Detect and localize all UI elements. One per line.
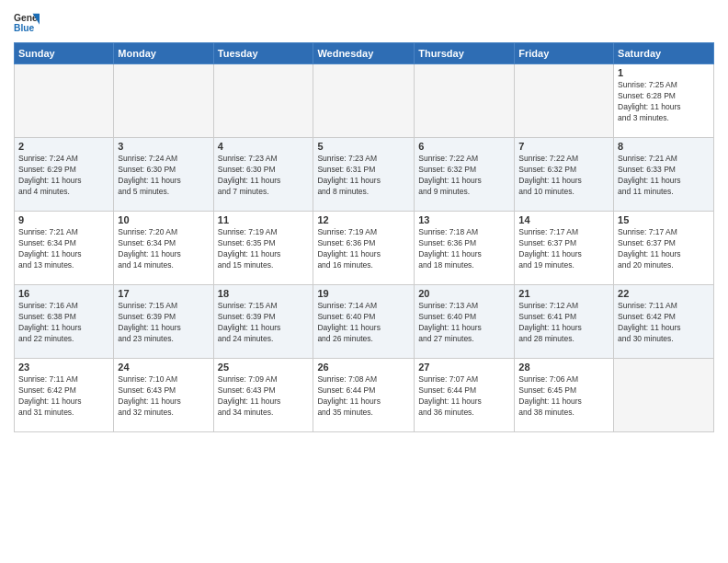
day-number: 2 <box>18 141 109 152</box>
day-info: Sunrise: 7:15 AM Sunset: 6:39 PM Dayligh… <box>118 301 209 345</box>
calendar-cell: 28Sunrise: 7:06 AM Sunset: 6:45 PM Dayli… <box>515 359 614 432</box>
day-number: 19 <box>317 288 410 299</box>
day-number: 14 <box>518 214 609 225</box>
logo: General Blue <box>14 9 40 35</box>
page-header: General Blue <box>14 9 714 35</box>
day-info: Sunrise: 7:14 AM Sunset: 6:40 PM Dayligh… <box>317 301 410 345</box>
calendar-cell: 10Sunrise: 7:20 AM Sunset: 6:34 PM Dayli… <box>114 212 213 285</box>
day-number: 13 <box>418 214 510 225</box>
calendar-cell: 16Sunrise: 7:16 AM Sunset: 6:38 PM Dayli… <box>15 285 114 359</box>
day-number: 7 <box>518 141 609 152</box>
calendar-cell: 6Sunrise: 7:22 AM Sunset: 6:32 PM Daylig… <box>415 138 515 212</box>
day-number: 12 <box>317 214 410 225</box>
week-row-1: 1Sunrise: 7:25 AM Sunset: 6:28 PM Daylig… <box>15 64 714 138</box>
calendar-cell: 13Sunrise: 7:18 AM Sunset: 6:36 PM Dayli… <box>415 212 515 285</box>
day-number: 27 <box>418 362 510 373</box>
calendar-cell: 26Sunrise: 7:08 AM Sunset: 6:44 PM Dayli… <box>313 359 415 432</box>
svg-text:Blue: Blue <box>14 23 35 33</box>
day-number: 9 <box>18 214 109 225</box>
weekday-header-friday: Friday <box>515 43 614 64</box>
day-info: Sunrise: 7:17 AM Sunset: 6:37 PM Dayligh… <box>518 227 609 271</box>
weekday-header-row: SundayMondayTuesdayWednesdayThursdayFrid… <box>15 43 714 64</box>
day-info: Sunrise: 7:11 AM Sunset: 6:42 PM Dayligh… <box>618 301 710 345</box>
day-number: 25 <box>218 362 310 373</box>
calendar-cell <box>614 359 714 432</box>
day-number: 10 <box>118 214 209 225</box>
day-number: 21 <box>518 288 609 299</box>
calendar-cell: 2Sunrise: 7:24 AM Sunset: 6:29 PM Daylig… <box>15 138 114 212</box>
calendar-cell: 8Sunrise: 7:21 AM Sunset: 6:33 PM Daylig… <box>614 138 714 212</box>
calendar-cell: 20Sunrise: 7:13 AM Sunset: 6:40 PM Dayli… <box>415 285 515 359</box>
calendar-cell <box>114 64 213 138</box>
day-info: Sunrise: 7:11 AM Sunset: 6:42 PM Dayligh… <box>18 374 109 419</box>
day-number: 15 <box>618 214 710 225</box>
day-number: 11 <box>218 214 310 225</box>
day-info: Sunrise: 7:21 AM Sunset: 6:33 PM Dayligh… <box>618 154 710 198</box>
calendar-cell <box>15 64 114 138</box>
day-number: 6 <box>418 141 510 152</box>
calendar-cell <box>213 64 313 138</box>
day-number: 8 <box>618 141 710 152</box>
weekday-header-tuesday: Tuesday <box>213 43 313 64</box>
day-number: 1 <box>618 67 710 78</box>
day-number: 3 <box>118 141 209 152</box>
day-number: 24 <box>118 362 209 373</box>
day-info: Sunrise: 7:19 AM Sunset: 6:36 PM Dayligh… <box>317 227 410 271</box>
day-info: Sunrise: 7:22 AM Sunset: 6:32 PM Dayligh… <box>518 154 609 198</box>
day-info: Sunrise: 7:19 AM Sunset: 6:35 PM Dayligh… <box>218 227 310 271</box>
calendar-cell: 15Sunrise: 7:17 AM Sunset: 6:37 PM Dayli… <box>614 212 714 285</box>
day-info: Sunrise: 7:15 AM Sunset: 6:39 PM Dayligh… <box>218 301 310 345</box>
calendar-cell: 18Sunrise: 7:15 AM Sunset: 6:39 PM Dayli… <box>213 285 313 359</box>
day-number: 23 <box>18 362 109 373</box>
calendar-cell <box>415 64 515 138</box>
calendar-cell <box>313 64 415 138</box>
weekday-header-thursday: Thursday <box>415 43 515 64</box>
calendar-cell: 1Sunrise: 7:25 AM Sunset: 6:28 PM Daylig… <box>614 64 714 138</box>
calendar-cell: 21Sunrise: 7:12 AM Sunset: 6:41 PM Dayli… <box>515 285 614 359</box>
day-info: Sunrise: 7:20 AM Sunset: 6:34 PM Dayligh… <box>118 227 209 271</box>
day-info: Sunrise: 7:06 AM Sunset: 6:45 PM Dayligh… <box>518 374 609 419</box>
day-number: 16 <box>18 288 109 299</box>
calendar-cell: 17Sunrise: 7:15 AM Sunset: 6:39 PM Dayli… <box>114 285 213 359</box>
day-info: Sunrise: 7:24 AM Sunset: 6:29 PM Dayligh… <box>18 154 109 198</box>
day-number: 17 <box>118 288 209 299</box>
day-info: Sunrise: 7:18 AM Sunset: 6:36 PM Dayligh… <box>418 227 510 271</box>
day-info: Sunrise: 7:23 AM Sunset: 6:31 PM Dayligh… <box>317 154 410 198</box>
day-info: Sunrise: 7:25 AM Sunset: 6:28 PM Dayligh… <box>618 80 710 124</box>
calendar-cell: 25Sunrise: 7:09 AM Sunset: 6:43 PM Dayli… <box>213 359 313 432</box>
calendar-cell: 14Sunrise: 7:17 AM Sunset: 6:37 PM Dayli… <box>515 212 614 285</box>
calendar-cell: 4Sunrise: 7:23 AM Sunset: 6:30 PM Daylig… <box>213 138 313 212</box>
weekday-header-saturday: Saturday <box>614 43 714 64</box>
day-info: Sunrise: 7:08 AM Sunset: 6:44 PM Dayligh… <box>317 374 410 419</box>
calendar-cell: 3Sunrise: 7:24 AM Sunset: 6:30 PM Daylig… <box>114 138 213 212</box>
day-number: 26 <box>317 362 410 373</box>
day-info: Sunrise: 7:12 AM Sunset: 6:41 PM Dayligh… <box>518 301 609 345</box>
week-row-4: 16Sunrise: 7:16 AM Sunset: 6:38 PM Dayli… <box>15 285 714 359</box>
day-number: 18 <box>218 288 310 299</box>
calendar-cell: 27Sunrise: 7:07 AM Sunset: 6:44 PM Dayli… <box>415 359 515 432</box>
day-info: Sunrise: 7:24 AM Sunset: 6:30 PM Dayligh… <box>118 154 209 198</box>
day-info: Sunrise: 7:07 AM Sunset: 6:44 PM Dayligh… <box>418 374 510 419</box>
day-number: 5 <box>317 141 410 152</box>
day-info: Sunrise: 7:21 AM Sunset: 6:34 PM Dayligh… <box>18 227 109 271</box>
day-number: 28 <box>518 362 609 373</box>
logo-icon: General Blue <box>14 9 40 35</box>
calendar-cell: 12Sunrise: 7:19 AM Sunset: 6:36 PM Dayli… <box>313 212 415 285</box>
week-row-5: 23Sunrise: 7:11 AM Sunset: 6:42 PM Dayli… <box>15 359 714 432</box>
week-row-3: 9Sunrise: 7:21 AM Sunset: 6:34 PM Daylig… <box>15 212 714 285</box>
calendar-cell <box>515 64 614 138</box>
calendar-cell: 11Sunrise: 7:19 AM Sunset: 6:35 PM Dayli… <box>213 212 313 285</box>
calendar-cell: 24Sunrise: 7:10 AM Sunset: 6:43 PM Dayli… <box>114 359 213 432</box>
day-info: Sunrise: 7:16 AM Sunset: 6:38 PM Dayligh… <box>18 301 109 345</box>
day-info: Sunrise: 7:10 AM Sunset: 6:43 PM Dayligh… <box>118 374 209 419</box>
day-number: 4 <box>218 141 310 152</box>
calendar-cell: 7Sunrise: 7:22 AM Sunset: 6:32 PM Daylig… <box>515 138 614 212</box>
day-info: Sunrise: 7:09 AM Sunset: 6:43 PM Dayligh… <box>218 374 310 419</box>
calendar-cell: 22Sunrise: 7:11 AM Sunset: 6:42 PM Dayli… <box>614 285 714 359</box>
day-number: 22 <box>618 288 710 299</box>
calendar-table: SundayMondayTuesdayWednesdayThursdayFrid… <box>14 42 714 432</box>
calendar-page: General Blue SundayMondayTuesdayWednesda… <box>0 0 728 563</box>
calendar-cell: 9Sunrise: 7:21 AM Sunset: 6:34 PM Daylig… <box>15 212 114 285</box>
day-info: Sunrise: 7:22 AM Sunset: 6:32 PM Dayligh… <box>418 154 510 198</box>
weekday-header-wednesday: Wednesday <box>313 43 415 64</box>
